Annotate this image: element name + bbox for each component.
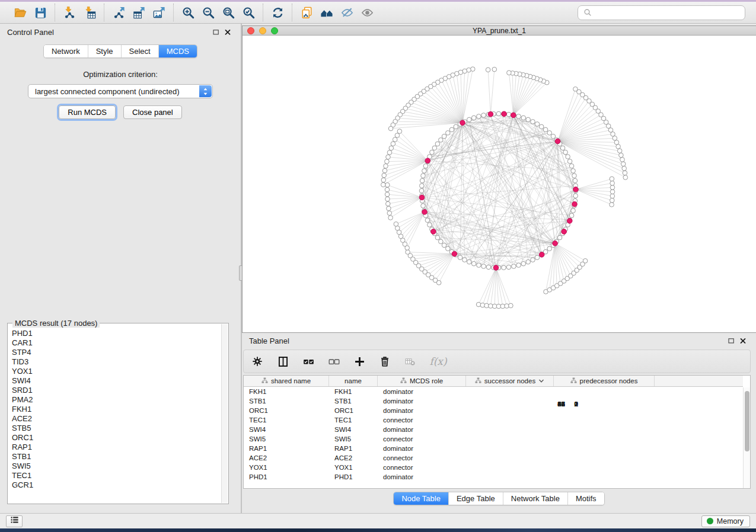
network-node[interactable] [421, 204, 426, 209]
network-hub-node[interactable] [562, 229, 567, 235]
network-hub-node[interactable] [511, 113, 516, 118]
network-node[interactable] [430, 150, 435, 155]
network-node[interactable] [435, 142, 440, 146]
open-session-icon[interactable] [10, 4, 30, 21]
cell-MCDS-role[interactable]: connector [378, 434, 466, 444]
network-node[interactable] [405, 246, 410, 251]
network-node[interactable] [516, 114, 521, 119]
cell-MCDS-role[interactable]: dominator [378, 396, 466, 406]
cell-MCDS-role[interactable]: connector [378, 453, 466, 463]
network-node[interactable] [509, 303, 513, 308]
network-node[interactable] [481, 113, 486, 118]
mcds-result-item[interactable]: PMA2 [8, 395, 221, 405]
close-panel-button[interactable]: Close panel [123, 105, 182, 119]
network-node[interactable] [486, 265, 491, 270]
network-node[interactable] [382, 168, 387, 173]
network-node[interactable] [423, 164, 428, 168]
network-node[interactable] [571, 209, 576, 213]
cell-name[interactable]: PHD1 [329, 472, 378, 482]
network-node[interactable] [566, 155, 570, 159]
mcds-result-scrollbar[interactable] [221, 324, 228, 503]
mcds-result-item[interactable]: ACE2 [8, 414, 221, 424]
network-node[interactable] [526, 117, 531, 122]
network-hub-node[interactable] [573, 187, 579, 192]
network-node[interactable] [481, 264, 486, 269]
hide-selected-icon[interactable] [337, 4, 357, 21]
mcds-result-item[interactable]: RAP1 [8, 443, 221, 452]
network-hub-node[interactable] [572, 201, 578, 207]
cell-MCDS-role[interactable]: dominator [378, 406, 466, 415]
network-node[interactable] [610, 194, 615, 198]
network-node[interactable] [610, 177, 614, 181]
network-node[interactable] [569, 213, 574, 218]
tab-edge-table[interactable]: Edge Table [448, 492, 503, 505]
sort-chevron-icon[interactable] [538, 377, 544, 384]
network-node[interactable] [543, 127, 548, 132]
network-node[interactable] [531, 120, 535, 124]
mcds-result-item[interactable]: SWI5 [8, 462, 221, 471]
network-hub-node[interactable] [493, 265, 499, 271]
cell-shared-name[interactable]: TEC1 [244, 415, 329, 425]
optimization-criterion-select[interactable]: largest connected component (undirected) [28, 84, 213, 98]
tab-mcds[interactable]: MCDS [158, 45, 197, 57]
status-list-button[interactable] [6, 515, 23, 527]
network-hub-node[interactable] [567, 219, 572, 224]
tab-node-table[interactable]: Node Table [394, 492, 448, 505]
cell-shared-name[interactable]: RAP1 [244, 444, 329, 453]
network-node[interactable] [617, 149, 622, 153]
import-network-icon[interactable] [59, 4, 79, 21]
network-node[interactable] [477, 263, 481, 268]
network-node[interactable] [573, 87, 578, 92]
network-node[interactable] [384, 164, 388, 169]
search-box[interactable] [578, 5, 745, 20]
cell-name[interactable]: FKH1 [329, 387, 378, 396]
deselect-all-rows-icon[interactable] [326, 353, 342, 370]
network-node[interactable] [526, 259, 531, 264]
mcds-result-item[interactable]: TEC1 [8, 471, 221, 480]
network-node[interactable] [425, 218, 430, 223]
network-node[interactable] [610, 198, 615, 203]
delete-row-icon[interactable] [377, 353, 393, 370]
mcds-result-item[interactable]: FKH1 [8, 405, 221, 414]
network-node[interactable] [432, 146, 437, 150]
network-canvas[interactable] [243, 36, 756, 332]
mcds-result-item[interactable]: SWI4 [8, 376, 221, 386]
network-node[interactable] [572, 174, 577, 178]
import-table-icon[interactable] [79, 4, 100, 21]
network-node[interactable] [486, 68, 490, 72]
cell-shared-name[interactable]: YOX1 [244, 463, 329, 472]
network-node[interactable] [619, 153, 624, 158]
network-node[interactable] [385, 192, 390, 197]
network-node[interactable] [467, 117, 472, 122]
table-scrollbar[interactable] [743, 387, 750, 488]
network-node[interactable] [387, 211, 392, 216]
network-node[interactable] [393, 137, 397, 142]
network-hub-node[interactable] [422, 210, 428, 215]
network-window-titlebar[interactable]: YPA_prune.txt_1 [243, 26, 756, 36]
export-image-icon[interactable] [149, 4, 169, 21]
network-node[interactable] [446, 131, 451, 136]
network-node[interactable] [512, 264, 516, 269]
zoom-fit-icon[interactable] [218, 4, 238, 21]
network-node[interactable] [386, 201, 391, 206]
mcds-result-item[interactable]: STB5 [8, 424, 221, 433]
network-node[interactable] [621, 162, 626, 166]
network-node[interactable] [614, 140, 619, 145]
network-node[interactable] [386, 155, 391, 159]
cell-MCDS-role[interactable]: connector [378, 415, 466, 425]
network-node[interactable] [385, 159, 390, 164]
split-panel-icon[interactable] [275, 353, 291, 370]
zoom-selected-icon[interactable] [238, 4, 259, 21]
mcds-result-item[interactable]: STP4 [8, 348, 221, 357]
table-row[interactable]: PHD1PHD1dominator180 [244, 472, 743, 482]
network-node[interactable] [569, 164, 574, 168]
network-node[interactable] [471, 116, 476, 120]
network-hub-node[interactable] [553, 241, 558, 246]
network-node[interactable] [560, 146, 565, 150]
network-node[interactable] [387, 206, 391, 211]
network-node[interactable] [420, 178, 425, 183]
network-node[interactable] [446, 246, 451, 251]
cell-shared-name[interactable]: PHD1 [244, 472, 329, 482]
zoom-in-icon[interactable] [178, 4, 198, 21]
network-node[interactable] [477, 114, 481, 119]
